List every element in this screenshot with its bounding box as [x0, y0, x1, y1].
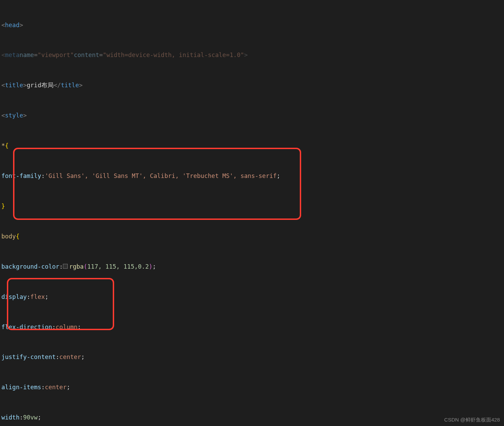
code-line[interactable]: align-items: center; — [0, 382, 504, 392]
code-line[interactable]: body{ — [0, 232, 504, 242]
code-line[interactable]: background-color: rgba(117, 115, 115,0.2… — [0, 262, 504, 272]
color-swatch-icon — [63, 264, 68, 269]
code-line[interactable]: flex-direction: column; — [0, 322, 504, 332]
code-editor[interactable]: <head> <meta name="viewport" content="wi… — [0, 0, 504, 426]
code-line[interactable]: font-family: 'Gill Sans', 'Gill Sans MT'… — [0, 171, 504, 181]
code-line[interactable]: <head> — [0, 20, 504, 30]
watermark: CSDN @鲜虾鱼板面428 — [444, 417, 500, 423]
code-line[interactable]: <style> — [0, 111, 504, 121]
code-line[interactable]: <meta name="viewport" content="width=dev… — [0, 50, 504, 60]
code-line[interactable]: } — [0, 201, 504, 211]
code-line[interactable]: *{ — [0, 141, 504, 151]
code-line[interactable]: <title>grid布局</title> — [0, 80, 504, 90]
code-line[interactable]: display: flex; — [0, 292, 504, 302]
code-line[interactable]: width: 90vw; — [0, 413, 504, 423]
code-line[interactable]: justify-content: center; — [0, 352, 504, 362]
